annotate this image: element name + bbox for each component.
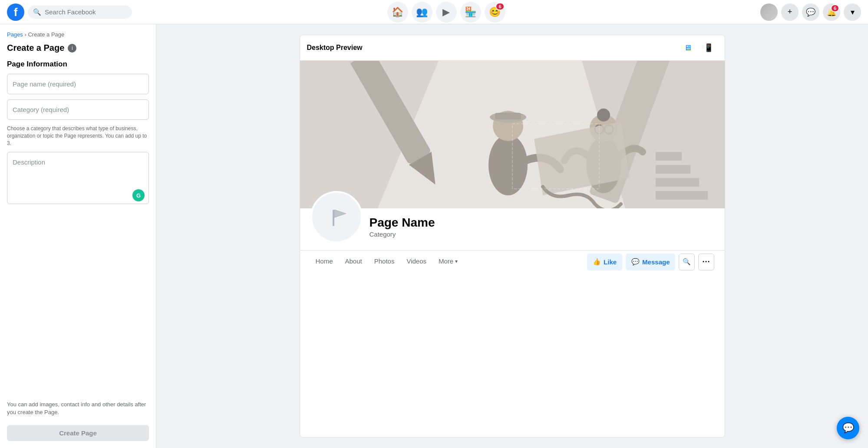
mobile-icon: 📱 (704, 43, 713, 52)
preview-header: Desktop Preview 🖥 📱 (300, 35, 725, 61)
messenger-button[interactable]: 💬 (802, 3, 819, 21)
breadcrumb: Pages › Create a Page (7, 31, 149, 38)
home-icon: 🏠 (392, 7, 403, 18)
facebook-logo[interactable]: Facebook f (7, 3, 24, 21)
page-nav-about[interactable]: About (340, 252, 367, 271)
preview-page-name: Page Name (370, 216, 435, 230)
groups-badge: 6 (495, 3, 504, 10)
page-nav-home[interactable]: Home (310, 252, 338, 271)
ellipsis-icon: ··· (702, 257, 710, 267)
page-name-info: Page Name Category (370, 216, 435, 243)
groups-nav-button[interactable]: 😊 6 (485, 2, 505, 23)
cover-illustration (300, 61, 725, 208)
breadcrumb-pages-link[interactable]: Pages (7, 31, 23, 38)
account-menu-button[interactable]: ▾ (844, 3, 861, 21)
add-button[interactable]: + (781, 3, 799, 21)
category-input[interactable] (7, 99, 149, 120)
more-options-button[interactable]: ··· (698, 254, 714, 270)
preview-card: Desktop Preview 🖥 📱 (300, 35, 725, 438)
page-nav-videos[interactable]: Videos (401, 252, 432, 271)
svg-rect-10 (495, 113, 521, 119)
thumbs-up-icon: 👍 (593, 258, 601, 266)
svg-rect-23 (333, 210, 334, 226)
user-avatar[interactable] (760, 3, 778, 21)
messenger-icon: 💬 (806, 7, 815, 17)
preview-page-category: Category (370, 231, 435, 238)
svg-point-13 (597, 109, 610, 122)
like-label: Like (604, 258, 617, 266)
message-label: Message (642, 258, 670, 266)
marketplace-icon: 🏪 (465, 7, 476, 18)
description-wrapper: G (7, 152, 149, 206)
page-nav-more[interactable]: More ▾ (433, 252, 463, 271)
dropdown-icon: ▾ (851, 7, 855, 17)
page-avatar (310, 191, 363, 243)
main-layout: Pages › Create a Page Create a Page i Pa… (0, 24, 868, 448)
page-nav-links: Home About Photos Videos More ▾ (310, 252, 463, 271)
messenger-chat-bubble[interactable]: 💬 (837, 417, 859, 439)
search-icon: 🔍 (683, 258, 691, 266)
add-icon: + (788, 7, 792, 16)
friends-icon: 👥 (416, 7, 428, 18)
cover-photo (300, 61, 725, 208)
watch-nav-button[interactable]: ▶ (436, 2, 457, 23)
nav-right: + 💬 🔔 6 ▾ (760, 3, 861, 21)
more-label: More (439, 257, 453, 265)
svg-point-7 (488, 135, 528, 195)
info-button[interactable]: i (68, 44, 76, 53)
svg-rect-20 (656, 165, 690, 174)
desktop-preview-button[interactable]: 🖥 (680, 40, 696, 55)
nav-center: 🏠 👥 ▶ 🏪 😊 6 (135, 2, 757, 23)
svg-rect-22 (322, 203, 350, 231)
chat-bubble-icon: 💬 (842, 422, 854, 434)
bottom-note: You can add images, contact info and oth… (7, 395, 149, 416)
right-content: Desktop Preview 🖥 📱 (156, 24, 868, 448)
message-button[interactable]: 💬 Message (626, 254, 675, 270)
search-icon: 🔍 (33, 8, 41, 16)
svg-rect-19 (656, 178, 699, 187)
messenger-icon: 💬 (631, 258, 640, 266)
page-title: Create a Page (7, 43, 64, 53)
svg-rect-21 (656, 152, 682, 161)
page-title-row: Create a Page i (7, 43, 149, 53)
page-nav-bar: Home About Photos Videos More ▾ 👍 Like (300, 250, 725, 273)
friends-nav-button[interactable]: 👥 (412, 2, 432, 23)
search-bar[interactable]: 🔍 (28, 6, 132, 19)
home-nav-button[interactable]: 🏠 (387, 2, 408, 23)
notifications-badge: 6 (831, 4, 839, 12)
watch-icon: ▶ (442, 7, 450, 18)
page-nav-photos[interactable]: Photos (369, 252, 400, 271)
desktop-icon: 🖥 (684, 43, 692, 52)
chevron-down-icon: ▾ (455, 258, 458, 264)
page-name-input[interactable] (7, 74, 149, 94)
top-navigation: Facebook f 🔍 🏠 👥 ▶ 🏪 😊 6 + 💬 (0, 0, 868, 24)
section-title: Page Information (7, 60, 149, 69)
grammarly-icon: G (136, 192, 141, 199)
like-button[interactable]: 👍 Like (587, 254, 622, 270)
device-toggle-buttons: 🖥 📱 (680, 40, 718, 55)
search-page-button[interactable]: 🔍 (679, 254, 695, 270)
svg-rect-18 (656, 191, 708, 200)
preview-title: Desktop Preview (307, 44, 363, 52)
search-input[interactable] (45, 8, 127, 16)
page-nav-actions: 👍 Like 💬 Message 🔍 ··· (587, 254, 714, 270)
description-input[interactable] (7, 152, 149, 204)
create-page-button[interactable]: Create Page (7, 425, 149, 441)
page-flag-icon (322, 203, 350, 231)
mobile-preview-button[interactable]: 📱 (700, 40, 718, 55)
left-panel: Pages › Create a Page Create a Page i Pa… (0, 24, 156, 448)
marketplace-nav-button[interactable]: 🏪 (460, 2, 481, 23)
category-helper-text: Choose a category that describes what ty… (7, 125, 149, 147)
notifications-button[interactable]: 🔔 6 (823, 3, 840, 21)
